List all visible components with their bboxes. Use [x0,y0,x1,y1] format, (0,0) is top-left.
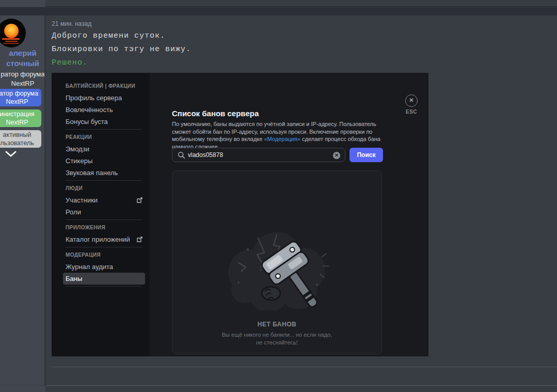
post-resolved-label: Решено. [52,58,88,67]
sidebar-item-audit-log[interactable]: Журнал аудита [66,261,146,273]
discord-settings-screenshot: БАЛТИЙСКИЙ | ФРАКЦИИ Профиль сервера Вов… [52,73,428,356]
section-header-apps: ПРИЛОЖЕНИЯ [66,220,150,233]
avatar[interactable] [0,19,26,48]
ban-search-field[interactable]: ✕ [172,148,345,162]
ban-hammer-illustration [221,223,335,310]
sidebar-item-boost-perks[interactable]: Бонусы буста [66,116,146,128]
forum-post: алерий сточный ратор форума NextRP ратор… [0,15,557,385]
external-link-icon [136,197,143,203]
author-badge-administration: инистрация NextRP [0,109,41,127]
sidebar-item-engagement[interactable]: Вовлечённость [66,104,146,116]
external-link-icon [136,236,143,243]
sidebar-item-roles[interactable]: Роли [66,206,146,218]
clear-search-icon[interactable]: ✕ [333,152,340,159]
sidebar-item-members[interactable]: Участники [66,194,146,206]
empty-state-title: НЕТ БАНОВ [172,321,381,328]
next-post-sidebar-strip [0,386,45,392]
chevron-down-icon[interactable] [4,150,18,158]
sidebar-item-app-directory[interactable]: Каталог приложений [66,233,146,245]
search-icon [178,151,185,159]
sidebar-divider [66,286,142,287]
discord-settings-content: ✕ ESC Список банов сервера По умолчанию,… [150,73,428,356]
esc-label: ESC [399,109,424,115]
author-role-line2: NextRP [0,80,45,87]
search-button[interactable]: Поиск [349,148,383,162]
post-separator-band [0,7,557,15]
bans-description: По умолчанию, баны выдаются по учётной з… [172,120,384,150]
author-badge-moderator: ратор форума NextRP [0,89,41,106]
author-username-line1[interactable]: алерий [0,49,45,57]
sidebar-item-soundboard[interactable]: Звуковая панель [66,167,146,179]
author-role-line1: ратор форума [0,70,45,78]
discord-settings-sidebar: БАЛТИЙСКИЙ | ФРАКЦИИ Профиль сервера Вов… [52,73,150,356]
post-text-line2: Блокировки по тэгу не вижу. [52,45,191,54]
section-header-people: ЛЮДИ [66,181,150,194]
previous-post-sidebar-strip [0,0,45,7]
server-name-header: БАЛТИЙСКИЙ | ФРАКЦИИ [66,79,150,92]
close-settings-button[interactable]: ✕ ESC [399,95,424,115]
next-post-top-strip [0,386,557,392]
close-icon[interactable]: ✕ [405,95,418,107]
bans-list-container: НЕТ БАНОВ Вы ещё никого не банили... но … [172,170,382,354]
sidebar-item-stickers[interactable]: Стикеры [66,155,146,167]
post-footer-divider [52,367,557,367]
author-badge-inactive-user: активный льзователь [0,130,41,148]
empty-state-line1: Вы ещё никого не банили... но если надо, [172,332,381,338]
bans-page-title: Список банов сервера [172,109,259,118]
section-header-reactions: РЕАКЦИИ [66,130,150,143]
post-content: 21 мин. назад Доброго времени суток. Бло… [46,15,557,385]
sidebar-item-server-profile[interactable]: Профиль сервера [66,92,146,104]
sidebar-item-bans[interactable]: Баны [63,273,145,285]
avatar-sun-graphic [4,24,19,38]
empty-state-line2: не стесняйтесь! [172,339,381,346]
author-panel: алерий сточный ратор форума NextRP ратор… [0,15,45,385]
author-username-line2[interactable]: сточный [0,59,45,68]
section-header-moderation: МОДЕРАЦИЯ [66,247,150,261]
post-text-line1: Доброго времени суток. [52,32,165,40]
previous-post-bottom-strip [0,0,557,7]
ban-search-input[interactable] [188,148,327,162]
moderation-link[interactable]: «Модерация» [264,136,300,142]
post-timestamp: 21 мин. назад [52,20,91,27]
sidebar-item-emoji[interactable]: Эмодзи [66,143,146,155]
